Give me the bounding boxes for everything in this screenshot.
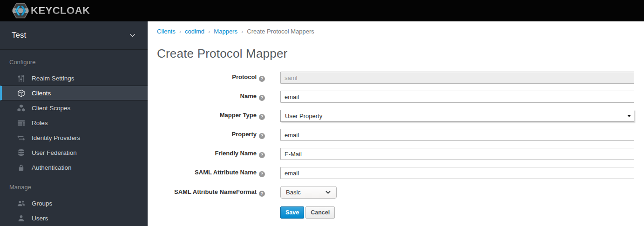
breadcrumb-link-codimd[interactable]: codimd (185, 28, 204, 35)
form-row-property: Property? (157, 129, 634, 141)
saml-attribute-nameformat-select[interactable]: Basic (280, 186, 337, 199)
sidebar-item-label: Clients (32, 90, 51, 97)
save-button[interactable]: Save (280, 206, 304, 219)
help-icon[interactable]: ? (259, 133, 265, 139)
help-icon[interactable]: ? (259, 95, 265, 101)
sidebar-item-authentication[interactable]: Authentication (0, 160, 148, 175)
help-icon[interactable]: ? (259, 76, 265, 82)
name-label: Name? (157, 93, 280, 101)
sidebar-item-clients[interactable]: Clients (0, 86, 148, 100)
sliders-icon (17, 74, 25, 82)
page-title: Create Protocol Mapper (157, 47, 634, 61)
help-icon[interactable]: ? (259, 114, 265, 120)
form-row-saml-attribute-name: SAML Attribute Name? (157, 167, 634, 179)
saml-attribute-nameformat-label: SAML Attribute NameFormat? (157, 188, 280, 197)
sidebar-item-realm-settings[interactable]: Realm Settings (0, 71, 148, 86)
breadcrumb-link-mappers[interactable]: Mappers (214, 28, 237, 35)
sidebar-section-manage: Manage Groups (0, 175, 148, 226)
top-navbar: KEYCLOAK (0, 0, 644, 21)
realm-name: Test (12, 31, 26, 40)
help-icon[interactable]: ? (259, 171, 265, 177)
cubes-icon (17, 104, 25, 112)
property-label: Property? (157, 131, 280, 139)
sidebar: Test Configure Realm Settings (0, 21, 148, 226)
user-icon (17, 214, 25, 222)
friendly-name-input[interactable] (280, 148, 634, 160)
sidebar-item-client-scopes[interactable]: Client Scopes (0, 100, 148, 115)
section-title: Configure (0, 50, 148, 71)
protocol-input (280, 72, 634, 84)
form-actions: Save Cancel (280, 206, 634, 219)
sidebar-item-label: Authentication (32, 164, 72, 171)
nameformat-value: Basic (286, 189, 301, 196)
sidebar-item-users[interactable]: Users (0, 211, 148, 226)
protocol-label: Protocol? (157, 73, 280, 82)
form-row-saml-attribute-nameformat: SAML Attribute NameFormat? Basic (157, 186, 634, 199)
keycloak-logo-text: KEYCLOAK (31, 5, 90, 17)
sidebar-item-label: Identity Providers (32, 134, 80, 141)
breadcrumb: Clients › codimd › Mappers › Create Prot… (157, 28, 634, 35)
saml-attribute-name-input[interactable] (280, 167, 634, 179)
sidebar-item-identity-providers[interactable]: Identity Providers (0, 130, 148, 145)
lock-icon (17, 164, 25, 172)
chevron-down-icon (325, 191, 331, 194)
form-row-protocol: Protocol? (157, 72, 634, 84)
help-icon[interactable]: ? (259, 191, 265, 197)
sidebar-item-label: Realm Settings (32, 75, 75, 82)
cancel-button[interactable]: Cancel (305, 206, 335, 219)
property-input[interactable] (280, 129, 634, 141)
breadcrumb-current: Create Protocol Mappers (247, 28, 314, 35)
chevron-down-icon (129, 33, 136, 37)
help-icon[interactable]: ? (259, 152, 265, 158)
mapper-type-label: Mapper Type? (157, 112, 280, 120)
create-protocol-mapper-form: Protocol? Name? Mapper Type? (157, 72, 634, 219)
main-content: Clients › codimd › Mappers › Create Prot… (148, 21, 644, 226)
sidebar-item-user-federation[interactable]: User Federation (0, 145, 148, 160)
sidebar-item-roles[interactable]: Roles (0, 115, 148, 130)
form-row-friendly-name: Friendly Name? (157, 148, 634, 160)
sidebar-section-configure: Configure Realm Settings (0, 50, 148, 175)
mapper-type-value: User Property (285, 113, 322, 120)
breadcrumb-separator: › (179, 28, 181, 35)
section-title: Manage (0, 175, 148, 196)
form-row-name: Name? (157, 91, 634, 103)
breadcrumb-separator: › (241, 28, 243, 35)
database-icon (17, 149, 25, 157)
mapper-type-select[interactable]: User Property (280, 110, 634, 122)
friendly-name-label: Friendly Name? (157, 150, 280, 158)
keycloak-logo: KEYCLOAK (11, 2, 90, 19)
cube-icon (17, 89, 25, 97)
breadcrumb-link-clients[interactable]: Clients (157, 28, 176, 35)
sidebar-item-label: Groups (32, 200, 52, 207)
form-row-mapper-type: Mapper Type? User Property (157, 110, 634, 122)
users-icon (17, 199, 25, 207)
list-icon (17, 119, 25, 127)
name-input[interactable] (280, 91, 634, 103)
keycloak-logo-icon (11, 2, 30, 19)
realm-selector[interactable]: Test (0, 21, 148, 50)
sidebar-item-groups[interactable]: Groups (0, 196, 148, 211)
select-arrow-icon (627, 115, 631, 117)
saml-attribute-name-label: SAML Attribute Name? (157, 169, 280, 177)
sidebar-item-label: Users (32, 215, 48, 222)
sidebar-item-label: User Federation (32, 149, 77, 156)
exchange-icon (17, 134, 25, 142)
sidebar-item-label: Roles (32, 120, 48, 126)
sidebar-item-label: Client Scopes (32, 105, 70, 112)
breadcrumb-separator: › (208, 28, 210, 35)
